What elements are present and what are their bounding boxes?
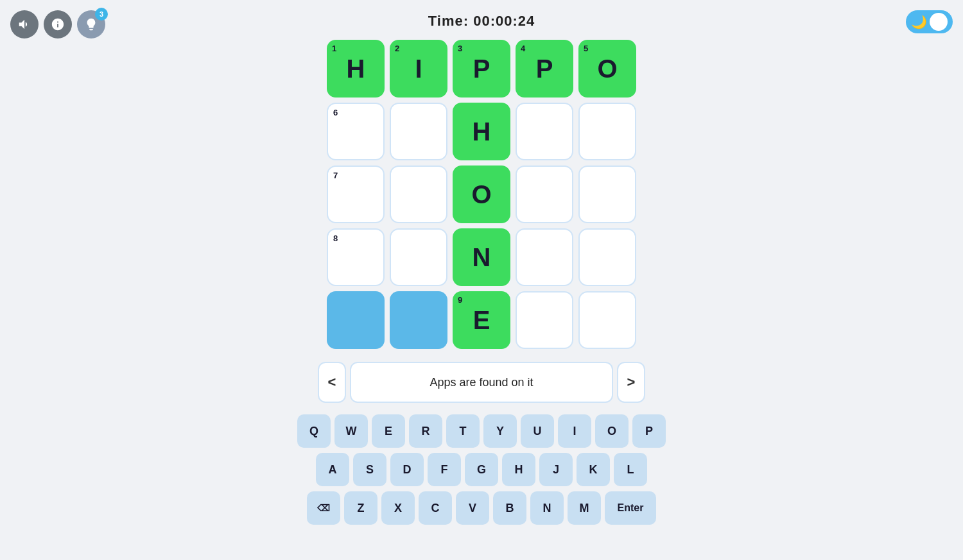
grid-cell[interactable] — [390, 291, 447, 349]
cell-number: 5 — [584, 44, 588, 53]
key-d[interactable]: D — [390, 453, 424, 486]
keyboard-row-1: ASDFGHJKL — [316, 453, 647, 486]
key-p[interactable]: P — [632, 414, 666, 448]
game-grid: 1H2I3P4P5O6H7O8N9E — [327, 40, 636, 349]
cell-number: 9 — [458, 295, 462, 305]
key-i[interactable]: I — [558, 414, 591, 448]
key-g[interactable]: G — [465, 453, 498, 486]
grid-cell[interactable] — [516, 103, 573, 160]
clue-text: Apps are found on it — [350, 362, 613, 403]
key-w[interactable]: W — [334, 414, 368, 448]
grid-cell[interactable] — [390, 165, 447, 223]
cell-number: 7 — [333, 171, 338, 180]
toggle-circle — [930, 13, 948, 31]
grid-cell[interactable] — [390, 103, 447, 160]
grid-cell[interactable] — [578, 165, 636, 223]
grid-cell[interactable]: O — [453, 165, 510, 223]
cell-letter: O — [471, 180, 491, 209]
grid-cell[interactable]: N — [453, 228, 510, 286]
info-button[interactable] — [44, 10, 72, 38]
key-e[interactable]: E — [372, 414, 405, 448]
key-h[interactable]: H — [502, 453, 535, 486]
grid-cell[interactable]: 8 — [327, 228, 385, 286]
key-s[interactable]: S — [353, 453, 386, 486]
cell-letter: P — [473, 55, 490, 83]
cell-number: 2 — [395, 44, 399, 53]
key-z[interactable]: Z — [344, 491, 377, 525]
key-v[interactable]: V — [456, 491, 489, 525]
grid-cell[interactable]: 4P — [516, 40, 573, 98]
grid-cell[interactable] — [390, 228, 447, 286]
grid-cell[interactable] — [516, 165, 573, 223]
grid-cell[interactable]: 7 — [327, 165, 385, 223]
key-o[interactable]: O — [595, 414, 629, 448]
grid-cell[interactable] — [327, 291, 385, 349]
key-x[interactable]: X — [381, 491, 415, 525]
key-a[interactable]: A — [316, 453, 349, 486]
grid-cell[interactable]: 9E — [453, 291, 510, 349]
grid-cell[interactable]: 3P — [453, 40, 510, 98]
enter-key[interactable]: Enter — [605, 491, 656, 525]
cell-letter: I — [415, 55, 422, 83]
grid-cell[interactable]: 5O — [578, 40, 636, 98]
cell-letter: O — [597, 55, 617, 83]
hint-button[interactable]: 3 — [77, 10, 105, 38]
cell-number: 4 — [521, 44, 525, 53]
grid-cell[interactable] — [516, 228, 573, 286]
grid-cell[interactable]: 1H — [327, 40, 385, 98]
key-c[interactable]: C — [419, 491, 452, 525]
cell-number: 8 — [333, 233, 338, 243]
sound-button[interactable] — [10, 10, 39, 38]
cell-letter: H — [347, 55, 365, 83]
keyboard-row-2: ⌫ZXCVBNMEnter — [307, 491, 656, 525]
timer-display: Time: 00:00:24 — [428, 13, 535, 30]
cell-number: 3 — [458, 44, 462, 53]
grid-cell[interactable] — [578, 291, 636, 349]
grid-cell[interactable] — [578, 103, 636, 160]
keyboard-row-0: QWERTYUIOP — [297, 414, 666, 448]
cell-letter: E — [473, 306, 490, 335]
grid-cell[interactable] — [516, 291, 573, 349]
key-n[interactable]: N — [530, 491, 564, 525]
cell-number: 1 — [332, 44, 336, 53]
key-u[interactable]: U — [521, 414, 554, 448]
key-t[interactable]: T — [446, 414, 480, 448]
toolbar-icons: 3 — [10, 10, 105, 38]
key-q[interactable]: Q — [297, 414, 331, 448]
hint-badge: 3 — [95, 8, 108, 21]
key-y[interactable]: Y — [483, 414, 517, 448]
key-l[interactable]: L — [614, 453, 647, 486]
keyboard: QWERTYUIOPASDFGHJKL⌫ZXCVBNMEnter — [297, 414, 666, 525]
cell-letter: H — [473, 117, 491, 146]
grid-cell[interactable]: 2I — [390, 40, 447, 98]
cell-number: 6 — [333, 108, 338, 117]
key-f[interactable]: F — [428, 453, 461, 486]
cell-letter: P — [536, 55, 553, 83]
next-clue-button[interactable]: > — [617, 362, 645, 403]
key-b[interactable]: B — [493, 491, 526, 525]
key-m[interactable]: M — [568, 491, 601, 525]
grid-cell[interactable]: 6 — [327, 103, 385, 160]
key-r[interactable]: R — [409, 414, 442, 448]
grid-cell[interactable]: H — [453, 103, 510, 160]
grid-cell[interactable] — [578, 228, 636, 286]
key-j[interactable]: J — [539, 453, 573, 486]
key-k[interactable]: K — [577, 453, 610, 486]
clue-bar: < Apps are found on it > — [318, 362, 645, 403]
moon-icon: 🌙 — [911, 14, 927, 30]
cell-letter: N — [473, 243, 491, 272]
backspace-key[interactable]: ⌫ — [307, 491, 340, 525]
dark-mode-toggle[interactable]: 🌙 — [906, 10, 953, 33]
prev-clue-button[interactable]: < — [318, 362, 346, 403]
